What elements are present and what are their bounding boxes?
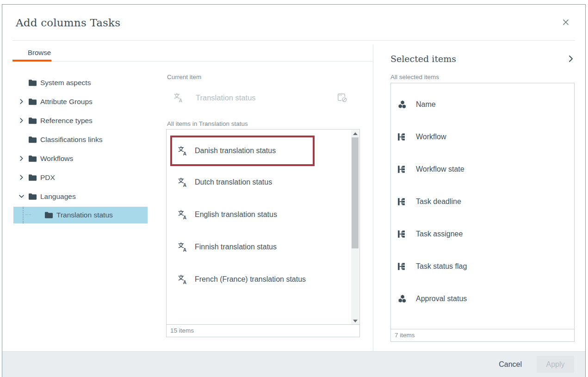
attribute-group-icon: [397, 100, 407, 109]
items-list-label: All items in Translation status: [167, 120, 360, 127]
tree-item[interactable]: Attribute Groups: [12, 92, 165, 111]
svg-text:A: A: [183, 247, 186, 252]
selected-items-sublabel: All selected items: [390, 74, 575, 80]
browse-section: Browse System aspects Attribute Groups: [2, 41, 373, 351]
attribute-group-icon: [397, 294, 407, 303]
dialog-body: Browse System aspects Attribute Groups: [2, 41, 585, 351]
tree-panel: System aspects Attribute Groups Referenc…: [12, 62, 165, 351]
selected-items-title: Selected items: [390, 54, 456, 64]
cancel-button[interactable]: Cancel: [496, 360, 525, 369]
tab-browse-label: Browse: [28, 49, 51, 56]
selected-item[interactable]: Task deadline: [391, 185, 574, 218]
list-item[interactable]: A Danish translation status: [170, 136, 315, 166]
hierarchy-icon: [397, 132, 407, 142]
tree-guide-line: [23, 207, 24, 223]
tree-item-label: PDX: [40, 173, 55, 182]
current-item-name: Translation status: [196, 93, 337, 102]
selected-list: Name Workflow: [391, 83, 574, 329]
selected-items-section: Selected items All selected items: [373, 41, 585, 351]
center-panel: Current item A: [165, 62, 373, 351]
folder-icon: [44, 211, 53, 219]
tree-item-label: Classifications links: [40, 136, 102, 144]
tree-item-label: System aspects: [40, 79, 91, 87]
items-list: A Danish translation status A Dutch tran…: [167, 130, 359, 324]
close-button[interactable]: [559, 16, 572, 29]
expand-selected-button[interactable]: [567, 55, 575, 62]
scrollbar[interactable]: [351, 130, 359, 324]
list-item[interactable]: A French (France) translation status: [167, 263, 348, 296]
translate-icon: A: [178, 146, 188, 156]
selected-item-label: Task status flag: [416, 262, 467, 271]
list-item[interactable]: A Dutch translation status: [167, 166, 348, 198]
selected-items-box: Name Workflow: [390, 83, 575, 342]
tree-chevron-icon[interactable]: [19, 99, 28, 104]
selected-item-label: Task assignee: [416, 230, 463, 238]
selected-item[interactable]: Task status flag: [391, 250, 574, 283]
tree-item[interactable]: System aspects: [12, 73, 165, 92]
tree-item[interactable]: Reference types: [12, 111, 165, 130]
folder-icon: [28, 193, 37, 200]
selected-item-label: Task deadline: [416, 198, 461, 206]
selected-item[interactable]: Workflow: [391, 121, 574, 153]
translate-icon: A: [178, 242, 188, 252]
tab-browse[interactable]: Browse: [12, 45, 51, 62]
tree-chevron-icon[interactable]: [19, 194, 28, 199]
folder-icon: [28, 155, 37, 162]
add-columns-dialog: Add columns Tasks Browse System aspects: [2, 4, 586, 377]
translate-icon: A: [178, 210, 188, 220]
dialog-header: Add columns Tasks: [12, 5, 575, 41]
translate-icon: A: [178, 177, 188, 187]
selected-item-label: Name: [416, 100, 436, 109]
selected-item[interactable]: Task assignee: [391, 218, 574, 250]
browse-content: System aspects Attribute Groups Referenc…: [12, 62, 373, 351]
selected-item[interactable]: Approval status: [391, 283, 574, 315]
svg-text:A: A: [183, 280, 186, 284]
tree-chevron-icon[interactable]: [19, 118, 28, 123]
hierarchy-icon: [397, 229, 407, 239]
items-count: 15 items: [167, 324, 359, 337]
tree-item[interactable]: Languages: [12, 187, 165, 206]
translate-icon: A: [178, 274, 188, 284]
dialog-footer: Cancel Apply: [2, 351, 585, 377]
selected-count: 7 items: [391, 329, 574, 341]
selected-item[interactable]: Workflow state: [391, 153, 574, 185]
scroll-down-button[interactable]: [351, 317, 359, 324]
list-item[interactable]: A English translation status: [167, 198, 348, 231]
apply-button[interactable]: Apply: [537, 356, 574, 373]
close-icon: [563, 19, 569, 25]
selected-item-label: Workflow state: [416, 165, 464, 173]
hierarchy-icon: [397, 165, 407, 174]
selected-item-label: Approval status: [416, 295, 467, 303]
hierarchy-icon: [397, 262, 407, 271]
folder-icon: [28, 98, 37, 105]
list-item[interactable]: A Finnish translation status: [167, 231, 348, 263]
svg-text:A: A: [183, 215, 186, 220]
tree-item[interactable]: Translation status: [13, 207, 148, 223]
hierarchy-icon: [397, 197, 407, 206]
svg-text:A: A: [183, 183, 186, 187]
list-item-label: English translation status: [195, 210, 277, 219]
tree-chevron-icon[interactable]: [19, 156, 28, 161]
translate-icon: A: [173, 93, 184, 103]
svg-text:A: A: [183, 151, 186, 156]
scroll-up-button[interactable]: [351, 130, 359, 137]
svg-text:A: A: [179, 98, 182, 103]
tree-item-label: Workflows: [40, 155, 73, 163]
tree-chevron-icon[interactable]: [19, 175, 28, 180]
scrollbar-thumb[interactable]: [352, 137, 359, 248]
chevron-right-icon: [567, 55, 575, 62]
folder-icon: [28, 79, 37, 87]
list-item-label: Danish translation status: [195, 147, 276, 155]
column-not-allowed-icon: [337, 93, 348, 103]
selected-item[interactable]: Name: [391, 88, 574, 121]
selected-items-header: Selected items: [390, 54, 575, 64]
current-item-label: Current item: [167, 74, 360, 80]
tree-item[interactable]: PDX: [12, 168, 165, 187]
tree-item[interactable]: Workflows: [12, 149, 165, 168]
selected-item-label: Workflow: [416, 133, 446, 141]
list-item-label: French (France) translation status: [195, 275, 306, 284]
tree-item[interactable]: Classifications links: [12, 130, 165, 149]
folder-icon: [28, 174, 37, 181]
tree-item-label: Attribute Groups: [40, 98, 93, 106]
items-list-box: A Danish translation status A Dutch tran…: [166, 129, 360, 337]
